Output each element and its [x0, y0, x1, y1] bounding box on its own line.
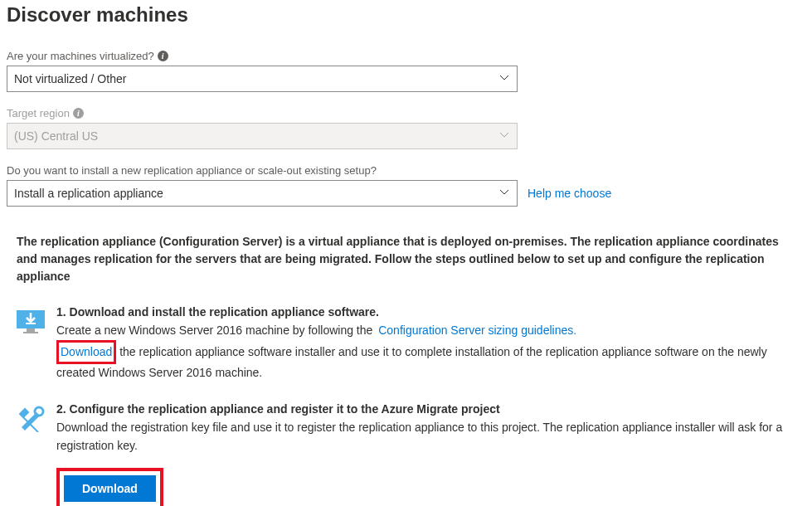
- intro-text: The replication appliance (Configuration…: [17, 233, 796, 285]
- tools-icon: [17, 402, 56, 506]
- install-label-text: Do you want to install a new replication…: [7, 164, 377, 177]
- virtualized-label-text: Are your machines virtualized?: [7, 50, 154, 62]
- step-2-text: Download the registration key file and u…: [56, 419, 805, 455]
- install-label: Do you want to install a new replication…: [7, 164, 805, 177]
- region-field: Target region i (US) Central US: [7, 107, 805, 149]
- virtualized-label: Are your machines virtualized? i: [7, 50, 805, 62]
- install-select-value[interactable]: Install a replication appliance: [7, 180, 518, 207]
- config-sizing-link[interactable]: Configuration Server sizing guidelines.: [378, 324, 576, 337]
- help-me-choose-link[interactable]: Help me choose: [528, 187, 611, 200]
- download-button[interactable]: Download: [64, 475, 156, 502]
- region-select: (US) Central US: [7, 123, 518, 149]
- step-2: 2. Configure the replication appliance a…: [17, 402, 805, 506]
- step-1-text-a: Create a new Windows Server 2016 machine…: [56, 324, 376, 337]
- download-button-highlight: Download: [56, 468, 163, 506]
- step-1: 1. Download and install the replication …: [17, 305, 805, 382]
- virtualized-select-value[interactable]: Not virtualized / Other: [7, 66, 518, 92]
- download-software-link[interactable]: Download: [61, 345, 112, 358]
- virtualized-select[interactable]: Not virtualized / Other: [7, 66, 518, 92]
- svg-rect-1: [27, 328, 35, 332]
- install-field: Do you want to install a new replication…: [7, 164, 805, 207]
- step-2-title: 2. Configure the replication appliance a…: [56, 402, 805, 416]
- svg-point-4: [35, 407, 43, 416]
- install-select[interactable]: Install a replication appliance: [7, 180, 518, 207]
- region-label-text: Target region: [7, 107, 70, 119]
- info-icon[interactable]: i: [158, 51, 168, 61]
- step-1-text-b: the replication appliance software insta…: [56, 345, 767, 380]
- region-label: Target region i: [7, 107, 805, 119]
- region-select-value: (US) Central US: [7, 123, 518, 149]
- page-title: Discover machines: [7, 3, 805, 27]
- download-link-highlight: Download: [56, 340, 116, 365]
- step-1-title: 1. Download and install the replication …: [56, 305, 805, 319]
- virtualized-field: Are your machines virtualized? i Not vir…: [7, 50, 805, 92]
- info-icon[interactable]: i: [73, 108, 84, 119]
- svg-rect-2: [23, 332, 38, 333]
- download-monitor-icon: [17, 305, 56, 382]
